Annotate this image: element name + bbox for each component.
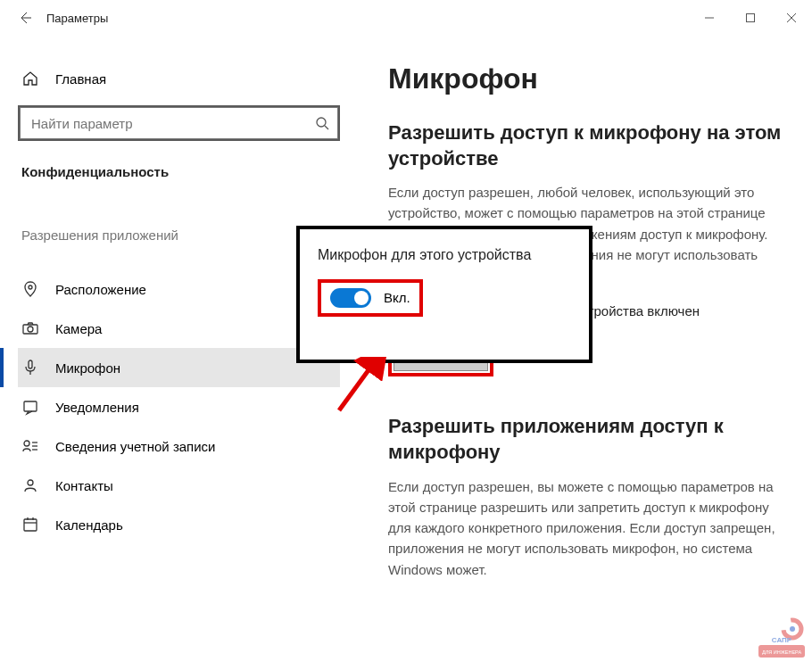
notification-icon — [21, 398, 39, 416]
account-icon — [21, 437, 39, 455]
toggle-highlight: Вкл. — [318, 279, 423, 317]
svg-rect-1 — [747, 14, 755, 22]
sidebar-item-notifications[interactable]: Уведомления — [18, 387, 340, 426]
section2-title: Разрешить приложениям доступ к микрофону — [388, 414, 782, 465]
arrow-left-icon — [18, 11, 32, 25]
section2-desc: Если доступ разрешен, вы можете с помощь… — [388, 476, 782, 580]
svg-point-12 — [24, 441, 29, 446]
svg-rect-17 — [24, 519, 37, 531]
sidebar-home[interactable]: Главная — [21, 70, 340, 87]
sidebar-item-label: Камера — [55, 321, 102, 336]
watermark-logo: САПР ДЛЯ ИНЖЕНЕРА — [757, 615, 807, 665]
sidebar-section-title: Конфиденциальность — [21, 164, 340, 179]
location-icon — [21, 280, 39, 298]
mic-device-popup: Микрофон для этого устройства Вкл. — [296, 226, 592, 363]
sidebar-item-label: Микрофон — [55, 360, 120, 376]
sidebar-item-calendar[interactable]: Календарь — [18, 505, 340, 544]
sidebar-item-location[interactable]: Расположение — [18, 269, 340, 309]
calendar-icon — [21, 516, 39, 534]
page-title: Микрофон — [388, 62, 782, 95]
close-button[interactable] — [771, 4, 812, 32]
back-button[interactable] — [11, 4, 39, 32]
sidebar-item-label: Сведения учетной записи — [55, 439, 216, 454]
sidebar-group-label: Разрешения приложений — [21, 227, 340, 243]
svg-line-5 — [325, 126, 328, 129]
minimize-button[interactable] — [689, 4, 730, 32]
maximize-button[interactable] — [730, 4, 771, 32]
watermark-text2: ДЛЯ ИНЖЕНЕРА — [762, 649, 801, 655]
home-icon — [21, 70, 39, 87]
svg-point-4 — [317, 118, 326, 127]
sidebar-item-contacts[interactable]: Контакты — [18, 466, 340, 505]
section1-title: Разрешить доступ к микрофону на этом уст… — [388, 120, 782, 171]
sidebar-item-camera[interactable]: Камера — [18, 309, 340, 348]
sidebar-item-account-info[interactable]: Сведения учетной записи — [18, 426, 340, 466]
sidebar-item-label: Контакты — [55, 478, 113, 493]
search-icon — [315, 116, 329, 130]
svg-point-24 — [790, 626, 795, 632]
contacts-icon — [21, 476, 39, 494]
maximize-icon — [745, 12, 756, 23]
minimize-icon — [704, 12, 715, 23]
titlebar: Параметры — [0, 0, 812, 36]
svg-point-6 — [29, 285, 32, 289]
svg-point-8 — [28, 327, 33, 332]
mic-toggle[interactable] — [330, 288, 371, 308]
search-input[interactable] — [20, 107, 338, 139]
window-title: Параметры — [46, 12, 108, 25]
search-wrap — [20, 107, 338, 139]
sidebar-home-label: Главная — [55, 71, 106, 87]
close-icon — [786, 12, 797, 23]
sidebar-item-label: Расположение — [55, 282, 146, 297]
sidebar-item-label: Уведомления — [55, 400, 139, 415]
toggle-label: Вкл. — [384, 290, 410, 305]
svg-rect-11 — [24, 401, 37, 411]
svg-point-16 — [28, 480, 33, 485]
sidebar-item-microphone[interactable]: Микрофон — [18, 348, 340, 387]
popup-title: Микрофон для этого устройства — [318, 245, 575, 265]
microphone-icon — [21, 359, 39, 376]
camera-icon — [21, 319, 39, 337]
sidebar-item-label: Календарь — [55, 517, 123, 533]
svg-rect-9 — [29, 360, 32, 368]
watermark-text1: САПР — [772, 636, 792, 644]
toggle-knob — [354, 291, 369, 305]
